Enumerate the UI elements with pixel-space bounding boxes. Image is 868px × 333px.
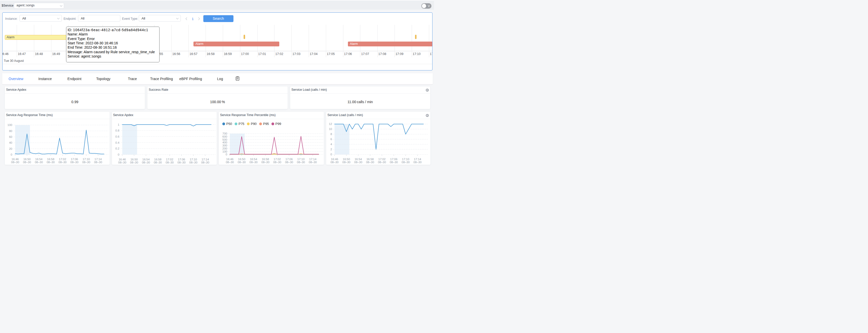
svg-text:08–30: 08–30 bbox=[342, 161, 350, 164]
svg-text:16:54: 16:54 bbox=[354, 158, 362, 161]
svg-text:0: 0 bbox=[11, 153, 12, 156]
svg-text:4: 4 bbox=[331, 143, 332, 146]
svg-text:100: 100 bbox=[7, 123, 12, 127]
svg-text:17:02: 17:02 bbox=[166, 158, 173, 161]
svg-text:08–30: 08–30 bbox=[154, 161, 162, 164]
svg-text:08–30: 08–30 bbox=[201, 161, 209, 164]
svg-text:10: 10 bbox=[329, 128, 332, 131]
svg-text:16:46: 16:46 bbox=[226, 158, 234, 161]
svg-text:8: 8 bbox=[331, 133, 332, 136]
svg-text:16:50: 16:50 bbox=[238, 158, 245, 161]
svg-text:100: 100 bbox=[222, 150, 227, 153]
svg-text:08–30: 08–30 bbox=[413, 161, 422, 164]
svg-text:08–30: 08–30 bbox=[35, 161, 43, 164]
svg-text:08–30: 08–30 bbox=[82, 161, 90, 164]
svg-text:200: 200 bbox=[222, 147, 227, 150]
svg-text:17:14: 17:14 bbox=[414, 158, 421, 161]
svg-text:0.6: 0.6 bbox=[115, 135, 119, 138]
svg-text:400: 400 bbox=[222, 141, 227, 144]
svg-text:20: 20 bbox=[9, 147, 12, 150]
svg-text:08–30: 08–30 bbox=[309, 161, 317, 164]
svg-text:16:54: 16:54 bbox=[35, 158, 42, 161]
svg-text:08–30: 08–30 bbox=[226, 161, 234, 164]
svg-text:17:06: 17:06 bbox=[390, 158, 398, 161]
svg-text:P99: P99 bbox=[275, 122, 281, 126]
svg-text:08–30: 08–30 bbox=[23, 161, 31, 164]
svg-text:08–30: 08–30 bbox=[118, 161, 126, 164]
svg-text:16:58: 16:58 bbox=[262, 158, 269, 161]
svg-text:1: 1 bbox=[118, 123, 119, 126]
svg-text:16:50: 16:50 bbox=[343, 158, 350, 161]
svg-text:16:46: 16:46 bbox=[119, 158, 126, 161]
svg-text:17:10: 17:10 bbox=[297, 158, 305, 161]
svg-text:08–30: 08–30 bbox=[70, 161, 79, 164]
svg-text:08–30: 08–30 bbox=[378, 161, 386, 164]
svg-text:08–30: 08–30 bbox=[94, 161, 102, 164]
svg-text:P95: P95 bbox=[263, 122, 269, 126]
svg-text:08–30: 08–30 bbox=[390, 161, 398, 164]
svg-text:16:58: 16:58 bbox=[366, 158, 374, 161]
svg-text:600: 600 bbox=[222, 135, 227, 138]
svg-text:17:14: 17:14 bbox=[202, 158, 209, 161]
svg-text:0: 0 bbox=[118, 153, 119, 156]
svg-text:08–30: 08–30 bbox=[177, 161, 185, 164]
svg-text:16:58: 16:58 bbox=[154, 158, 161, 161]
svg-text:P90: P90 bbox=[251, 122, 256, 126]
svg-text:P75: P75 bbox=[239, 122, 244, 126]
svg-text:16:54: 16:54 bbox=[250, 158, 257, 161]
svg-text:08–30: 08–30 bbox=[130, 161, 138, 164]
svg-text:08–30: 08–30 bbox=[331, 161, 339, 164]
svg-text:60: 60 bbox=[9, 135, 12, 138]
svg-text:17:06: 17:06 bbox=[71, 158, 78, 161]
svg-text:16:50: 16:50 bbox=[23, 158, 31, 161]
svg-text:0.8: 0.8 bbox=[115, 129, 119, 132]
svg-text:17:06: 17:06 bbox=[285, 158, 293, 161]
svg-text:17:10: 17:10 bbox=[402, 158, 409, 161]
svg-text:08–30: 08–30 bbox=[142, 161, 150, 164]
svg-text:16:58: 16:58 bbox=[47, 158, 55, 161]
svg-text:0.2: 0.2 bbox=[115, 147, 119, 150]
svg-text:700: 700 bbox=[222, 132, 227, 135]
svg-text:12: 12 bbox=[329, 123, 332, 126]
svg-text:08–30: 08–30 bbox=[402, 161, 410, 164]
svg-text:08–30: 08–30 bbox=[354, 161, 362, 164]
svg-text:6: 6 bbox=[331, 138, 332, 141]
svg-text:17:10: 17:10 bbox=[83, 158, 90, 161]
svg-text:08–30: 08–30 bbox=[238, 161, 246, 164]
svg-text:2: 2 bbox=[331, 148, 332, 151]
svg-text:08–30: 08–30 bbox=[59, 161, 67, 164]
svg-text:08–30: 08–30 bbox=[11, 161, 19, 164]
svg-text:08–30: 08–30 bbox=[285, 161, 293, 164]
svg-text:17:14: 17:14 bbox=[94, 158, 102, 161]
svg-text:16:46: 16:46 bbox=[331, 158, 338, 161]
svg-text:08–30: 08–30 bbox=[249, 161, 257, 164]
svg-text:08–30: 08–30 bbox=[189, 161, 197, 164]
svg-text:P50: P50 bbox=[226, 122, 232, 126]
svg-text:300: 300 bbox=[222, 144, 227, 147]
svg-text:17:06: 17:06 bbox=[178, 158, 185, 161]
svg-text:08–30: 08–30 bbox=[366, 161, 374, 164]
svg-text:40: 40 bbox=[9, 141, 12, 144]
svg-text:08–30: 08–30 bbox=[165, 161, 174, 164]
svg-text:08–30: 08–30 bbox=[46, 161, 55, 164]
svg-text:17:14: 17:14 bbox=[309, 158, 316, 161]
svg-text:08–30: 08–30 bbox=[273, 161, 281, 164]
svg-text:0.4: 0.4 bbox=[115, 141, 120, 144]
svg-text:0: 0 bbox=[226, 153, 227, 156]
svg-text:17:10: 17:10 bbox=[190, 158, 197, 161]
svg-text:17:02: 17:02 bbox=[378, 158, 385, 161]
svg-text:16:54: 16:54 bbox=[142, 158, 150, 161]
svg-text:08–30: 08–30 bbox=[261, 161, 270, 164]
svg-text:16:50: 16:50 bbox=[130, 158, 138, 161]
svg-text:16:46: 16:46 bbox=[11, 158, 19, 161]
svg-text:0: 0 bbox=[331, 153, 332, 156]
svg-text:80: 80 bbox=[9, 130, 12, 133]
svg-text:17:02: 17:02 bbox=[274, 158, 281, 161]
svg-text:17:02: 17:02 bbox=[59, 158, 66, 161]
svg-text:500: 500 bbox=[222, 138, 227, 141]
svg-text:08–30: 08–30 bbox=[297, 161, 305, 164]
